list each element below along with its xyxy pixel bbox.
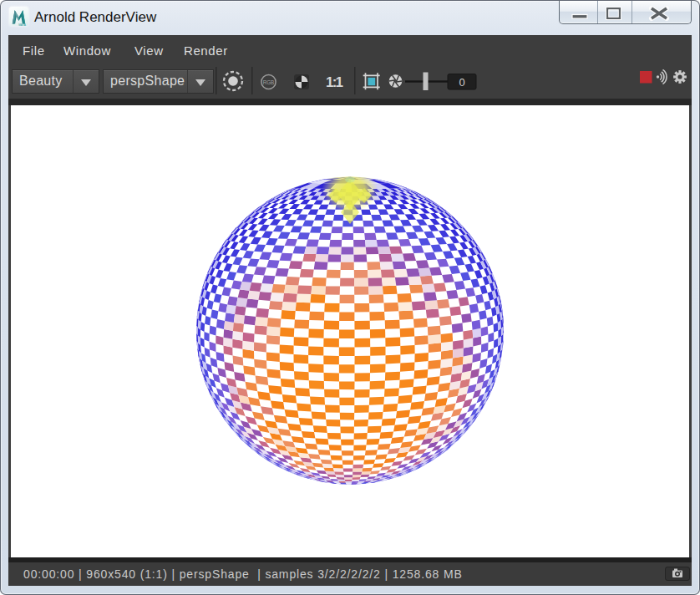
svg-text:MAYA: MAYA <box>18 23 26 26</box>
svg-text:RGB: RGB <box>263 79 275 85</box>
svg-text:0: 0 <box>459 76 464 89</box>
svg-text:1:1: 1:1 <box>326 74 343 90</box>
